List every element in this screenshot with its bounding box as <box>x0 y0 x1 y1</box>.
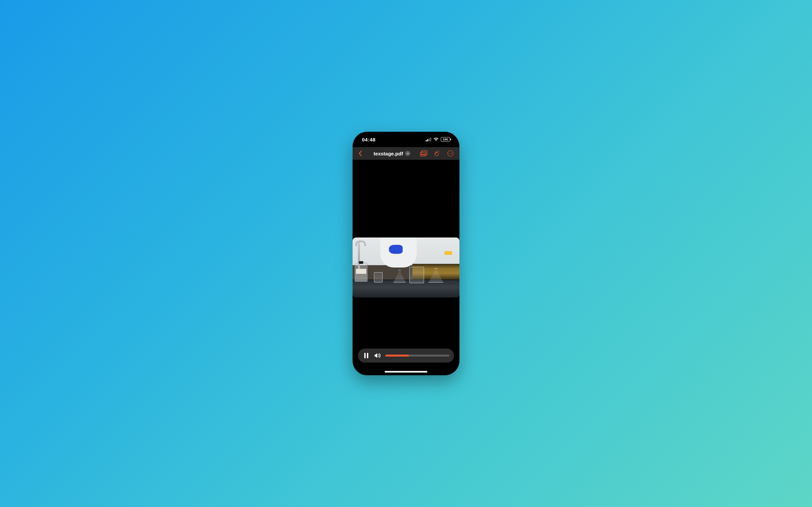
nav-actions <box>419 149 456 158</box>
back-button[interactable] <box>356 149 365 158</box>
pause-button[interactable] <box>363 352 370 359</box>
svg-point-8 <box>450 153 451 154</box>
clap-icon <box>434 150 440 157</box>
svg-rect-3 <box>430 137 432 142</box>
status-indicators: 100 <box>426 137 450 142</box>
svg-point-9 <box>451 153 452 154</box>
home-indicator[interactable] <box>385 371 427 373</box>
document-title: texstage.pdf <box>373 151 403 157</box>
svg-rect-2 <box>429 138 430 142</box>
chevron-down-icon <box>405 151 410 156</box>
progress-track[interactable] <box>385 354 449 356</box>
lab-scene-image <box>353 237 459 297</box>
video-slide[interactable] <box>353 237 459 297</box>
status-time: 04:48 <box>362 137 375 143</box>
cellular-icon <box>426 137 432 142</box>
clap-button[interactable] <box>433 149 441 158</box>
status-bar: 04:48 100 <box>353 132 459 147</box>
title-dropdown[interactable]: texstage.pdf <box>367 151 417 157</box>
svg-rect-10 <box>364 353 366 358</box>
more-circle-icon <box>447 150 454 157</box>
wifi-icon <box>434 137 439 142</box>
gallery-button[interactable] <box>419 149 428 158</box>
svg-rect-4 <box>420 152 426 156</box>
pause-icon <box>364 353 369 358</box>
svg-rect-11 <box>367 353 368 358</box>
volume-icon <box>374 352 381 358</box>
top-nav: texstage.pdf <box>353 147 459 160</box>
back-chevron-icon <box>358 150 363 157</box>
svg-point-7 <box>449 153 449 154</box>
content-area[interactable] <box>353 160 459 375</box>
battery-percent-label: 100 <box>443 138 448 141</box>
svg-rect-1 <box>427 139 428 142</box>
progress-fill <box>385 354 409 356</box>
gallery-icon <box>420 151 427 157</box>
volume-button[interactable] <box>374 352 381 359</box>
svg-rect-0 <box>426 140 427 142</box>
battery-icon: 100 <box>441 137 450 142</box>
player-bar <box>358 349 454 362</box>
more-button[interactable] <box>446 149 455 158</box>
phone-frame: 04:48 100 <box>353 132 459 375</box>
